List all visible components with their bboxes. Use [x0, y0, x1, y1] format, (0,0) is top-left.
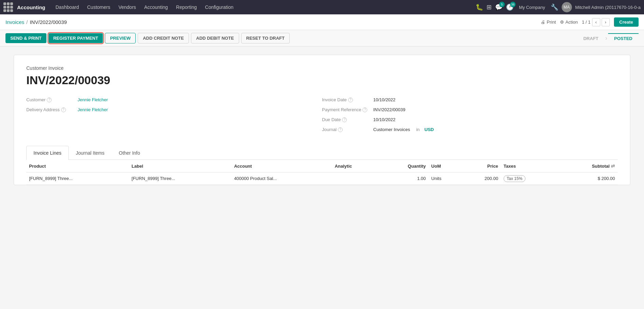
- breadcrumb-separator: /: [26, 19, 28, 25]
- cell-price[interactable]: 200.00: [461, 172, 501, 185]
- tab-invoice-lines[interactable]: Invoice Lines: [26, 146, 69, 160]
- nav-customers[interactable]: Customers: [84, 3, 114, 11]
- status-arrow: ›: [605, 35, 607, 42]
- create-button[interactable]: Create: [614, 17, 639, 27]
- breadcrumb-actions: 🖨 Print ⚙ Action 1 / 1 ‹ › Create: [541, 17, 639, 27]
- journal-help-icon[interactable]: ?: [338, 127, 343, 132]
- status-bar: DRAFT › POSTED: [577, 33, 639, 43]
- chat-badge: 5: [499, 2, 505, 7]
- invoice-type-label: Customer Invoice: [26, 65, 618, 71]
- brand-label: Accounting: [17, 4, 45, 10]
- journal-currency[interactable]: USD: [424, 127, 434, 132]
- journal-label: Journal ?: [322, 127, 370, 132]
- chat-icon[interactable]: 💬 5: [495, 3, 503, 11]
- cell-taxes: Tax 15%: [501, 172, 558, 185]
- nav-accounting[interactable]: Accounting: [141, 3, 171, 11]
- invoice-date-help-icon[interactable]: ?: [348, 98, 353, 102]
- nav-configuration[interactable]: Configuration: [202, 3, 237, 11]
- col-label: Label: [129, 160, 231, 172]
- apps-icon[interactable]: [3, 2, 13, 12]
- form-grid: Customer ? Jennie Fletcher Delivery Addr…: [26, 95, 618, 139]
- col-price: Price: [461, 160, 501, 172]
- cell-analytic[interactable]: [332, 172, 380, 185]
- send-print-button[interactable]: SEND & PRINT: [5, 33, 46, 43]
- cell-label[interactable]: [FURN_8999] Three...: [129, 172, 231, 185]
- company-name: My Company: [519, 5, 545, 10]
- tabs: Invoice Lines Journal Items Other Info: [26, 146, 618, 160]
- prev-page-button[interactable]: ‹: [592, 18, 600, 26]
- due-date-help-icon[interactable]: ?: [342, 117, 347, 122]
- invoice-number: INV/2022/00039: [26, 74, 618, 87]
- add-debit-note-button[interactable]: ADD DEBIT NOTE: [191, 33, 239, 43]
- add-credit-note-button[interactable]: ADD CREDIT NOTE: [138, 33, 189, 43]
- table-header-row: Product Label Account Analytic Quantity …: [26, 160, 618, 172]
- table-row: [FURN_8999] Three... [FURN_8999] Three..…: [26, 172, 618, 185]
- breadcrumb-parent[interactable]: Invoices: [5, 19, 24, 25]
- cell-account[interactable]: 400000 Product Sal...: [231, 172, 332, 185]
- cell-subtotal: $ 200.00: [558, 172, 618, 185]
- print-button[interactable]: 🖨 Print: [541, 20, 556, 25]
- customer-help-icon[interactable]: ?: [47, 98, 52, 102]
- payment-ref-label: Payment Reference ?: [322, 107, 370, 112]
- breadcrumb-current: INV/2022/00039: [30, 19, 67, 25]
- tab-journal-items[interactable]: Journal Items: [69, 146, 112, 160]
- next-page-button[interactable]: ›: [602, 18, 610, 26]
- avatar[interactable]: MA: [562, 2, 572, 12]
- invoice-date-value: 10/10/2022: [373, 97, 396, 102]
- payment-ref-value: INV/2022/00039: [373, 107, 406, 112]
- nav-dashboard[interactable]: Dashboard: [52, 3, 83, 11]
- gear-icon: ⚙: [560, 20, 564, 25]
- printer-icon: 🖨: [541, 20, 545, 25]
- form-right: Invoice Date ? 10/10/2022 Payment Refere…: [322, 95, 618, 139]
- clock-badge: 36: [510, 2, 516, 7]
- register-payment-button[interactable]: REGISTER PAYMENT: [49, 33, 103, 43]
- cell-quantity[interactable]: 1.00: [380, 172, 429, 185]
- delivery-label: Delivery Address ?: [26, 107, 74, 112]
- table-wrapper: Product Label Account Analytic Quantity …: [26, 160, 618, 185]
- cell-product[interactable]: [FURN_8999] Three...: [26, 172, 129, 185]
- clock-icon[interactable]: 🕐 36: [506, 3, 513, 11]
- journal-value: Customer Invoices: [373, 127, 410, 132]
- toolbar: SEND & PRINT REGISTER PAYMENT PREVIEW AD…: [0, 30, 644, 47]
- main-content: Customer Invoice INV/2022/00039 Customer…: [0, 47, 644, 309]
- customer-row: Customer ? Jennie Fletcher: [26, 97, 322, 102]
- tab-other-info[interactable]: Other Info: [112, 146, 147, 160]
- col-uom: UoM: [428, 160, 461, 172]
- col-analytic: Analytic: [332, 160, 380, 172]
- invoice-date-row: Invoice Date ? 10/10/2022: [322, 97, 618, 102]
- due-date-value: 10/10/2022: [373, 117, 396, 122]
- settings-icon[interactable]: 🔧: [551, 3, 558, 11]
- bug-icon[interactable]: 🐛: [476, 3, 483, 11]
- status-draft: DRAFT: [577, 33, 604, 43]
- subtotal-settings-icon[interactable]: ⇄: [611, 163, 615, 169]
- reset-to-draft-button[interactable]: RESET TO DRAFT: [241, 33, 290, 43]
- preview-button[interactable]: PREVIEW: [105, 33, 136, 43]
- cell-uom[interactable]: Units: [428, 172, 461, 185]
- action-button[interactable]: ⚙ Action: [560, 20, 578, 25]
- username: Mitchell Admin (20117670-16-0-a: [575, 5, 641, 10]
- journal-row: Journal ? Customer Invoices in USD: [322, 127, 618, 132]
- tax-badge[interactable]: Tax 15%: [504, 175, 525, 182]
- nav-icons: 🐛 ⊞ 💬 5 🕐 36 My Company 🔧 MA Mitchell Ad…: [476, 2, 641, 12]
- pagination-text: 1 / 1: [582, 20, 590, 25]
- customer-value[interactable]: Jennie Fletcher: [78, 97, 108, 102]
- nav-vendors[interactable]: Vendors: [115, 3, 139, 11]
- due-date-row: Due Date ? 10/10/2022: [322, 117, 618, 122]
- payment-ref-row: Payment Reference ? INV/2022/00039: [322, 107, 618, 112]
- invoice-card: Customer Invoice INV/2022/00039 Customer…: [14, 55, 630, 185]
- customer-label: Customer ?: [26, 97, 74, 102]
- invoice-date-label: Invoice Date ?: [322, 97, 370, 102]
- breadcrumb: Invoices / INV/2022/00039: [5, 19, 541, 25]
- status-posted: POSTED: [608, 33, 639, 43]
- nav-reporting[interactable]: Reporting: [173, 3, 200, 11]
- col-subtotal: Subtotal ⇄: [558, 160, 618, 172]
- invoice-table: Product Label Account Analytic Quantity …: [26, 160, 618, 185]
- due-date-label: Due Date ?: [322, 117, 370, 122]
- col-product: Product: [26, 160, 129, 172]
- delivery-help-icon[interactable]: ?: [61, 107, 66, 112]
- grid-icon[interactable]: ⊞: [487, 3, 492, 11]
- payment-ref-help-icon[interactable]: ?: [362, 107, 367, 112]
- delivery-row: Delivery Address ? Jennie Fletcher: [26, 107, 322, 112]
- delivery-value[interactable]: Jennie Fletcher: [78, 107, 108, 112]
- form-left: Customer ? Jennie Fletcher Delivery Addr…: [26, 95, 322, 139]
